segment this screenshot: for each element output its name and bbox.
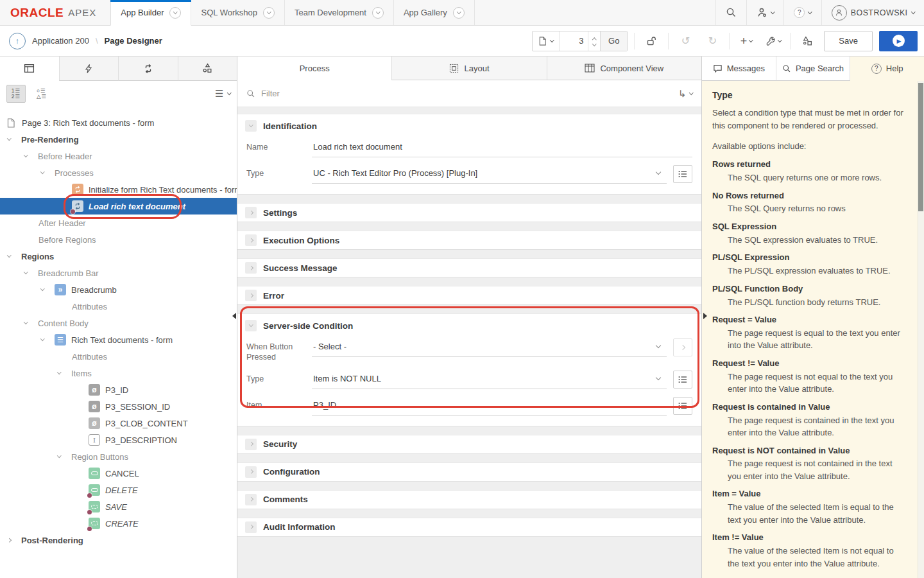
tab-messages[interactable]: Messages — [702, 57, 776, 81]
tree-node[interactable]: Content Body — [0, 315, 237, 331]
tree-expand-icon[interactable] — [41, 339, 55, 340]
collapsed-section[interactable]: Error — [237, 286, 701, 305]
filter-input[interactable] — [261, 89, 672, 98]
help-menu-button[interactable]: ? — [783, 0, 821, 25]
tree-node[interactable]: Region Buttons — [0, 448, 237, 465]
tree-node[interactable]: Initialize form Rich Text documents - fo… — [0, 181, 237, 198]
expand-button[interactable] — [245, 439, 257, 450]
field-value[interactable]: UC - Rich Text Editor Pro (Process) [Plu… — [312, 164, 667, 184]
collapse-button[interactable] — [245, 120, 257, 132]
tree-node[interactable]: CANCEL — [0, 465, 237, 482]
tree-node[interactable]: Post-Rendering — [0, 532, 237, 548]
next-button[interactable] — [673, 338, 692, 356]
tree-node[interactable]: ø P3_CLOB_CONTENT — [0, 415, 237, 432]
expand-button[interactable] — [245, 494, 257, 505]
expand-button[interactable] — [245, 466, 257, 478]
tree-node[interactable]: ø P3_SESSION_ID — [0, 398, 237, 415]
tree-node[interactable]: Processes — [0, 164, 237, 181]
shared-components-button[interactable] — [797, 31, 817, 51]
user-menu-button[interactable]: BOSTROWSKI — [821, 0, 924, 25]
goto-menu-button[interactable]: ↳ — [678, 88, 692, 100]
help-scrollbar-track[interactable] — [918, 81, 924, 578]
create-menu-button[interactable]: + — [736, 31, 757, 51]
up-arrow-icon[interactable]: ↑ — [9, 33, 26, 49]
field-value[interactable]: Item is NOT NULL — [312, 369, 667, 389]
collapsed-section[interactable]: Audit Information — [237, 518, 701, 537]
tab-menu-button[interactable] — [169, 7, 181, 19]
save-button[interactable]: Save — [824, 31, 873, 51]
tree-node[interactable]: SAVE — [0, 498, 237, 515]
tree-expand-icon[interactable] — [24, 322, 38, 324]
collapsed-section[interactable]: Settings — [237, 203, 701, 222]
tab-menu-button[interactable] — [372, 7, 384, 19]
tab-page-shared-components[interactable] — [178, 57, 237, 81]
page-picker-button[interactable] — [533, 31, 559, 51]
list-of-values-button[interactable] — [673, 371, 692, 389]
undo-button[interactable]: ↺ — [675, 31, 696, 51]
breadcrumb-application[interactable]: Application 200 — [32, 36, 89, 46]
expand-button[interactable] — [245, 207, 257, 218]
field-value[interactable]: - Select - — [312, 337, 667, 357]
grouped-view-button[interactable]: ○☰ △☰ — [32, 85, 51, 103]
tree-menu-button[interactable]: ☰ — [215, 88, 230, 100]
field-value[interactable]: P3_ID — [312, 396, 667, 416]
run-page-button[interactable]: ▶ — [879, 31, 918, 51]
lock-button[interactable] — [641, 31, 662, 51]
tree-node[interactable]: Breadcrumb Bar — [0, 265, 237, 281]
tree-node[interactable]: Attributes — [0, 298, 237, 315]
tree-node[interactable]: ☰ Rich Text documents - form — [0, 331, 237, 348]
tab-help[interactable]: ? Help — [850, 57, 924, 81]
order-view-button[interactable]: 1☰ 2☰ — [6, 85, 26, 103]
collapsed-section[interactable]: Comments — [237, 490, 701, 509]
page-number-stepper[interactable] — [588, 31, 601, 51]
utilities-menu-button[interactable] — [763, 31, 783, 51]
tab-process[interactable]: Process — [237, 57, 391, 80]
tree-node[interactable]: CREATE — [0, 515, 237, 532]
tab-rendering[interactable] — [0, 57, 59, 81]
tree-expand-icon[interactable] — [24, 155, 38, 157]
tree-node[interactable]: Load rich text document — [0, 198, 237, 215]
go-button[interactable]: Go — [600, 31, 627, 51]
tree-expand-icon[interactable] — [8, 539, 21, 542]
tab-dynamic-actions[interactable] — [59, 57, 119, 81]
field-value[interactable]: Load rich text document — [312, 137, 692, 157]
tab-page-search[interactable]: Page Search — [776, 57, 851, 81]
tree-expand-icon[interactable] — [41, 289, 55, 290]
expand-button[interactable] — [245, 262, 257, 274]
tree-expand-icon[interactable] — [41, 172, 55, 173]
tree-expand-icon[interactable] — [58, 372, 71, 374]
collapsed-section[interactable]: Security — [237, 435, 701, 454]
tree-expand-icon[interactable] — [24, 272, 38, 274]
expand-button[interactable] — [245, 521, 257, 533]
page-number-input[interactable] — [563, 36, 584, 46]
splitter-collapse-right[interactable] — [703, 313, 707, 319]
tab-menu-button[interactable] — [263, 7, 275, 19]
tab-processing[interactable] — [118, 57, 178, 81]
main-nav-tab[interactable]: App Builder — [110, 0, 191, 26]
tab-menu-button[interactable] — [453, 7, 465, 19]
tree-node[interactable]: » Breadcrumb — [0, 281, 237, 298]
tree-node[interactable]: I P3_DESCRIPTION — [0, 432, 237, 448]
main-nav-tab[interactable]: SQL Workshop — [191, 0, 284, 25]
tree-node[interactable]: Before Regions — [0, 231, 237, 248]
list-of-values-button[interactable] — [673, 165, 692, 183]
tab-component-view[interactable]: Component View — [547, 57, 701, 80]
tree-node[interactable]: Attributes — [0, 348, 237, 365]
tree-node[interactable]: Pre-Rendering — [0, 131, 237, 148]
tree-expand-icon[interactable] — [58, 456, 71, 457]
admin-menu-button[interactable] — [746, 0, 784, 25]
redo-button[interactable]: ↻ — [702, 31, 723, 51]
main-nav-tab[interactable]: App Gallery — [394, 0, 475, 25]
global-search-button[interactable] — [715, 0, 746, 25]
expand-button[interactable] — [245, 290, 257, 301]
tree-expand-icon[interactable] — [8, 139, 21, 140]
tree-node[interactable]: Regions — [0, 248, 237, 265]
collapsed-section[interactable]: Execution Options — [237, 231, 701, 250]
tree-node[interactable]: After Header — [0, 215, 237, 231]
collapsed-section[interactable]: Success Message — [237, 258, 701, 277]
tree-node[interactable]: Items — [0, 365, 237, 381]
expand-button[interactable] — [245, 234, 257, 246]
main-nav-tab[interactable]: Team Development — [285, 0, 394, 25]
help-scrollbar-thumb[interactable] — [918, 83, 923, 211]
collapsed-section[interactable]: Configuration — [237, 462, 701, 482]
